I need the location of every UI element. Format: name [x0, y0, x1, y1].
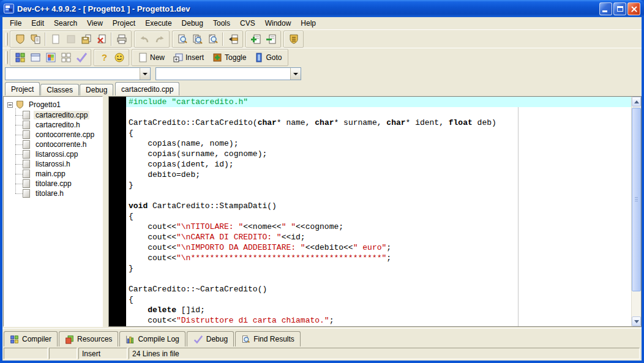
compile-and-run-button[interactable]: [43, 50, 58, 65]
scroll-down-button[interactable]: [632, 316, 641, 326]
menu-item-execute[interactable]: Execute: [140, 18, 176, 29]
help-icon: ?: [99, 52, 110, 63]
maximize-button[interactable]: [613, 2, 626, 15]
tree-item-titolare.cpp[interactable]: titolare.cpp: [7, 179, 102, 189]
tab-project[interactable]: Project: [5, 82, 40, 95]
tree-item-main.cpp[interactable]: main.cpp: [7, 169, 102, 179]
save-button[interactable]: [48, 32, 63, 47]
undo-button[interactable]: [137, 32, 152, 47]
code-segment: "Distruttore di carta chiamato.": [176, 316, 329, 325]
remove-unit-button[interactable]: [263, 32, 279, 47]
editor-pane: #include "cartacredito.h" CartaCredito::…: [108, 96, 642, 327]
tree-item-cartacredito.cpp[interactable]: cartacredito.cpp: [7, 110, 102, 120]
code-area[interactable]: #include "cartacredito.h" CartaCredito::…: [126, 97, 631, 326]
save-all-button[interactable]: [78, 32, 94, 47]
tab-resources[interactable]: Resources: [59, 331, 118, 346]
goto-button[interactable]: Goto: [250, 50, 286, 65]
code-line: cout<<"Distruttore di carta chiamato.";: [126, 315, 631, 326]
code-segment: ;: [386, 243, 391, 252]
help-button[interactable]: ?: [96, 50, 111, 65]
tree-item-label: cartacredito.cpp: [34, 111, 89, 119]
minimize-button[interactable]: [599, 2, 612, 15]
tree-item-label: titolare.cpp: [34, 179, 73, 188]
save-as-button[interactable]: [63, 32, 78, 47]
class-combo-value: [6, 68, 140, 80]
menu-item-help[interactable]: Help: [296, 18, 321, 29]
debug-button[interactable]: [73, 50, 89, 65]
find-in-files-button[interactable]: [190, 32, 205, 47]
class-combo-dropdown-button[interactable]: [140, 68, 150, 80]
code-segment: " ": [282, 222, 296, 231]
toolbar-grip[interactable]: [6, 51, 8, 64]
editor-tab-cartacredito[interactable]: cartacredito.cpp: [115, 82, 179, 95]
code-segment: <<id;: [282, 233, 305, 242]
open-project-button[interactable]: [28, 32, 43, 47]
menu-item-view[interactable]: View: [82, 18, 108, 29]
tree-item-contocorrente.cpp[interactable]: contocorrente.cpp: [7, 130, 102, 140]
class-browser-combo[interactable]: [5, 67, 151, 80]
scroll-up-button[interactable]: [632, 97, 641, 107]
title-bar[interactable]: Dev-C++ 4.9.9.2 - [ Progetto1 ] - Proget…: [0, 0, 644, 17]
menu-item-window[interactable]: Window: [260, 18, 296, 29]
code-line: [126, 107, 631, 118]
new-unit-button[interactable]: [248, 32, 263, 47]
tree-item-contocorrente.h[interactable]: contocorrente.h: [7, 140, 102, 149]
code-line: #include "cartacredito.h": [126, 97, 631, 107]
tree-root-row[interactable]: Progetto1: [7, 99, 102, 110]
menu-item-tools[interactable]: Tools: [208, 18, 235, 29]
tab-find-results[interactable]: Find Results: [235, 331, 301, 346]
tab-classes[interactable]: Classes: [40, 84, 79, 95]
code-line: }: [126, 180, 631, 190]
profile-button[interactable]: [111, 50, 127, 65]
scroll-track[interactable]: [632, 107, 641, 316]
tab-debug[interactable]: Debug: [80, 84, 113, 95]
code-line: debito=deb;: [126, 170, 631, 180]
rebuild-button[interactable]: [58, 50, 73, 65]
tree-item-listarossi.h[interactable]: listarossi.h: [7, 159, 102, 169]
run-button[interactable]: [28, 50, 43, 65]
insert-button[interactable]: Insert: [169, 50, 208, 65]
find-button[interactable]: [174, 32, 190, 47]
tree-expander-icon[interactable]: [7, 102, 13, 108]
editor-vertical-scrollbar[interactable]: [631, 97, 641, 326]
tree-item-titolare.h[interactable]: titolare.h: [7, 189, 102, 198]
status-cell-modified: [49, 348, 77, 359]
tab-compiler[interactable]: Compiler: [4, 331, 58, 346]
compile-button[interactable]: [12, 50, 28, 65]
close-button[interactable]: [627, 2, 640, 15]
tab-compile-log[interactable]: Compile Log: [119, 331, 185, 346]
menu-item-search[interactable]: Search: [49, 18, 82, 29]
tab-debug-bottom[interactable]: Debug: [187, 331, 234, 346]
redo-button[interactable]: [152, 32, 167, 47]
menu-item-debug[interactable]: Debug: [177, 18, 208, 29]
menu-item-file[interactable]: File: [5, 18, 26, 29]
window-content: FileEditSearchViewProjectExecuteDebugToo…: [2, 17, 642, 361]
menu-item-cvs[interactable]: CVS: [235, 18, 260, 29]
remove-unit-icon: [266, 34, 277, 45]
member-browser-combo[interactable]: [155, 67, 301, 80]
code-segment: char: [386, 118, 405, 127]
new-button[interactable]: New: [134, 50, 169, 65]
goto-button-label: Goto: [266, 53, 282, 62]
code-segment: <<debito<<: [305, 243, 353, 252]
menu-item-project[interactable]: Project: [108, 18, 140, 29]
toggle-button[interactable]: Toggle: [208, 50, 250, 65]
tree-item-listarossi.cpp[interactable]: listarossi.cpp: [7, 149, 102, 159]
toolbar-grip[interactable]: [6, 32, 8, 46]
menu-item-edit[interactable]: Edit: [26, 18, 49, 29]
close-file-button[interactable]: [94, 32, 109, 47]
project-options-button[interactable]: [286, 32, 301, 47]
scroll-thumb[interactable]: [632, 108, 641, 291]
replace-button[interactable]: [205, 32, 220, 47]
goto-bookmark-icon: [255, 53, 263, 62]
print-icon: [116, 34, 127, 45]
insert-button-label: Insert: [185, 53, 204, 62]
code-segment: {: [129, 295, 133, 304]
tree-item-cartacredito.h[interactable]: cartacredito.h: [7, 120, 102, 130]
panel-splitter[interactable]: [103, 96, 108, 327]
resources-tab-icon: [65, 335, 74, 344]
member-combo-dropdown-button[interactable]: [290, 68, 301, 80]
goto-line-button[interactable]: [225, 32, 241, 47]
print-button[interactable]: [114, 32, 129, 47]
new-project-button[interactable]: [12, 32, 28, 47]
